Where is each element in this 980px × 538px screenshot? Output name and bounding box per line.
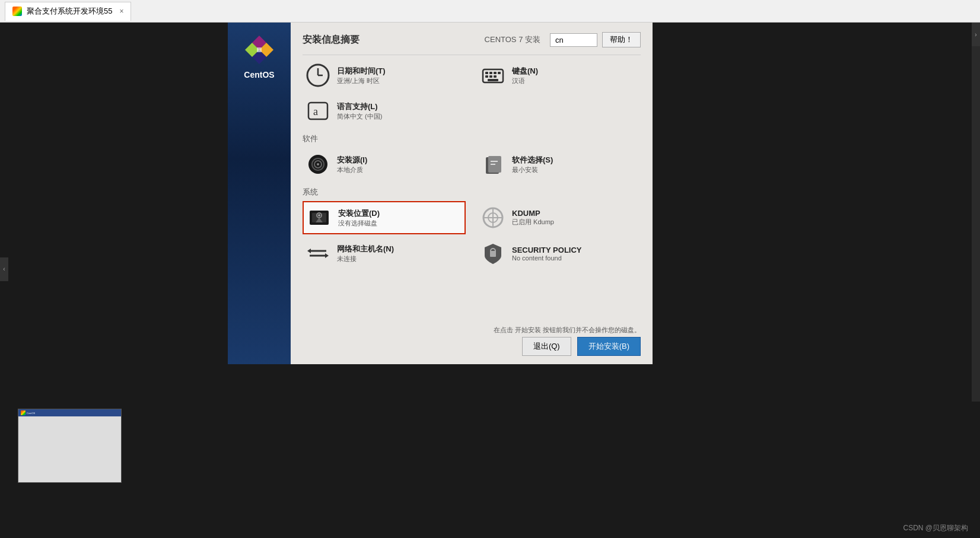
language-text: 语言支持(L) 简体中文 (中国) [337, 101, 382, 121]
keyboard-text: 键盘(N) 汉语 [512, 66, 538, 85]
svg-point-22 [317, 163, 319, 165]
software-select-title: 软件选择(S) [512, 155, 553, 165]
install-source-icon [305, 151, 331, 177]
kdump-text: KDUMP 已启用 Kdump [512, 209, 554, 227]
install-location-subtitle: 没有选择磁盘 [338, 219, 380, 228]
centos-logo-icon [244, 34, 275, 65]
bottom-area: CentOS [0, 402, 980, 538]
install-source-item[interactable]: 安装源(I) 本地介质 [303, 148, 466, 181]
software-select-icon [480, 151, 506, 177]
watermark: CSDN @贝恩聊架构 [903, 523, 968, 533]
keyboard-title: 键盘(N) [512, 66, 538, 77]
centos-sidebar: CentOS [228, 23, 291, 364]
language-icon: a [305, 98, 331, 124]
thumbnail-box[interactable]: CentOS [18, 409, 122, 483]
tab-title: 聚合支付系统开发环境55 [27, 6, 112, 17]
language-item[interactable]: a 语言支持(L) 简体中文 (中国) [303, 94, 466, 128]
empty-cell-1 [478, 94, 641, 128]
svg-marker-37 [325, 253, 329, 258]
title-tab[interactable]: 聚合支付系统开发环境55 × [5, 2, 131, 21]
network-item[interactable]: 网络和主机名(N) 未连接 [303, 237, 466, 270]
install-location-text: 安装位置(D) 没有选择磁盘 [338, 208, 380, 228]
install-title: 安装信息摘要 [303, 34, 359, 46]
install-location-icon [306, 205, 332, 231]
svg-rect-15 [494, 75, 497, 78]
svg-marker-39 [307, 249, 311, 253]
datetime-text: 日期和时间(T) 亚洲/上海 时区 [337, 66, 386, 85]
keyboard-item[interactable]: 键盘(N) 汉语 [478, 59, 641, 92]
datetime-icon [305, 62, 331, 88]
collapse-left-button[interactable]: ‹ [0, 257, 8, 281]
system-grid: 安装位置(D) 没有选择磁盘 KDUMP 已启用 Kdump [303, 201, 641, 270]
software-select-text: 软件选择(S) 最小安装 [512, 155, 553, 174]
svg-rect-16 [488, 79, 498, 81]
language-title: 语言支持(L) [337, 101, 382, 112]
svg-text:a: a [313, 106, 318, 117]
datetime-item[interactable]: 日期和时间(T) 亚洲/上海 时区 [303, 59, 466, 92]
centos7-label: CENTOS 7 安装 [485, 34, 540, 45]
svg-rect-14 [489, 75, 492, 78]
svg-rect-11 [494, 72, 497, 74]
vm-tab-icon [12, 7, 22, 16]
content-area: 安装信息摘要 CENTOS 7 安装 帮助！ [291, 23, 653, 364]
security-policy-item[interactable]: SECURITY POLICY No content found [478, 237, 641, 270]
network-title: 网络和主机名(N) [337, 244, 394, 254]
install-source-text: 安装源(I) 本地介质 [337, 155, 367, 174]
security-policy-title: SECURITY POLICY [512, 246, 582, 254]
lang-input[interactable] [550, 33, 597, 47]
datetime-title: 日期和时间(T) [337, 66, 386, 77]
help-button[interactable]: 帮助！ [602, 32, 641, 47]
install-source-title: 安装源(I) [337, 155, 367, 165]
svg-rect-25 [491, 161, 498, 162]
security-policy-text: SECURITY POLICY No content found [512, 246, 582, 262]
svg-rect-4 [257, 47, 262, 52]
software-select-subtitle: 最小安装 [512, 165, 553, 174]
kdump-subtitle: 已启用 Kdump [512, 218, 554, 227]
svg-rect-10 [489, 72, 492, 74]
svg-rect-13 [485, 75, 488, 78]
security-policy-subtitle: No content found [512, 254, 582, 262]
header-right: CENTOS 7 安装 帮助！ [485, 32, 641, 47]
network-subtitle: 未连接 [337, 254, 394, 263]
network-text: 网络和主机名(N) 未连接 [337, 244, 394, 263]
kdump-title: KDUMP [512, 209, 554, 218]
bottom-note: 在点击 开始安装 按钮前我们并不会操作您的磁盘。 [494, 326, 641, 335]
bottom-bar: 退出(Q) 开始安装(B) [522, 337, 641, 356]
quit-button[interactable]: 退出(Q) [522, 337, 571, 356]
datetime-subtitle: 亚洲/上海 时区 [337, 77, 386, 85]
start-button[interactable]: 开始安装(B) [577, 337, 641, 356]
svg-rect-9 [485, 72, 488, 74]
thumbnail-content: CentOS [18, 409, 121, 482]
right-scrollbar[interactable] [972, 23, 980, 408]
install-source-subtitle: 本地介质 [337, 165, 367, 174]
install-location-title: 安装位置(D) [338, 208, 380, 219]
software-select-item[interactable]: 软件选择(S) 最小安装 [478, 148, 641, 181]
language-subtitle: 简体中文 (中国) [337, 112, 382, 121]
kdump-icon [480, 205, 506, 231]
kdump-item[interactable]: KDUMP 已启用 Kdump [478, 201, 641, 234]
svg-rect-12 [498, 72, 501, 74]
install-location-item[interactable]: 安装位置(D) 没有选择磁盘 [303, 201, 466, 234]
keyboard-icon [480, 62, 506, 88]
header-row: 安装信息摘要 CENTOS 7 安装 帮助！ [303, 32, 641, 47]
svg-rect-17 [308, 103, 327, 119]
security-policy-icon [480, 240, 506, 266]
title-bar: 聚合支付系统开发环境55 × [0, 0, 980, 23]
software-section-label: 软件 [303, 133, 641, 144]
collapse-right-button[interactable]: › [972, 23, 980, 46]
software-grid: 安装源(I) 本地介质 软件选择(S) 最小安装 [303, 148, 641, 181]
vm-window: CentOS 安装信息摘要 CENTOS 7 安装 帮助！ [228, 23, 653, 364]
keyboard-subtitle: 汉语 [512, 77, 538, 85]
svg-rect-26 [491, 164, 495, 165]
tab-close-button[interactable]: × [119, 7, 123, 15]
system-section-label: 系统 [303, 187, 641, 198]
divider-top [303, 55, 641, 55]
localization-grid: 日期和时间(T) 亚洲/上海 时区 [303, 59, 641, 128]
centos-logo-text: CentOS [244, 70, 274, 79]
network-icon [305, 240, 331, 266]
